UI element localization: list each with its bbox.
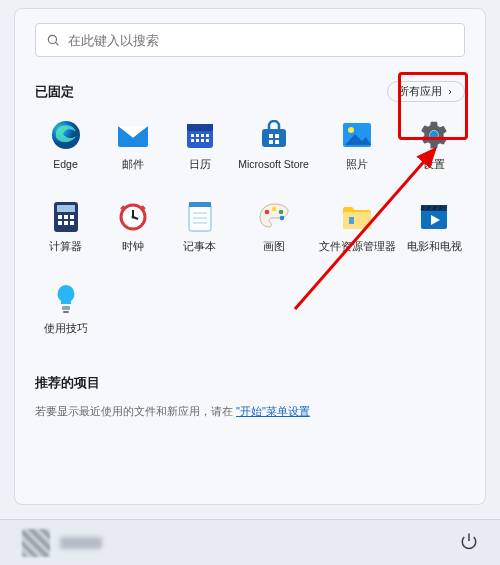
svg-rect-27 bbox=[57, 205, 75, 212]
all-apps-label: 所有应用 bbox=[398, 84, 442, 99]
svg-point-25 bbox=[430, 131, 439, 140]
app-paint[interactable]: 画图 bbox=[236, 196, 311, 258]
pinned-grid: Edge 邮件 日历 Microsoft Store 照片 bbox=[35, 114, 465, 340]
user-avatar[interactable] bbox=[22, 529, 50, 557]
svg-point-0 bbox=[48, 35, 56, 43]
power-icon bbox=[460, 532, 478, 550]
notepad-icon bbox=[183, 200, 217, 234]
svg-rect-48 bbox=[349, 217, 354, 224]
calendar-icon bbox=[183, 118, 217, 152]
power-button[interactable] bbox=[460, 532, 478, 553]
svg-point-37 bbox=[131, 216, 134, 219]
app-label: 照片 bbox=[346, 158, 368, 172]
app-label: 日历 bbox=[189, 158, 211, 172]
svg-rect-21 bbox=[275, 140, 279, 144]
svg-rect-18 bbox=[269, 134, 273, 138]
store-icon bbox=[257, 118, 291, 152]
app-clock[interactable]: 时钟 bbox=[102, 196, 163, 258]
paint-icon bbox=[257, 200, 291, 234]
app-photos[interactable]: 照片 bbox=[317, 114, 398, 176]
app-edge[interactable]: Edge bbox=[35, 114, 96, 176]
svg-rect-32 bbox=[64, 221, 68, 225]
svg-rect-14 bbox=[196, 139, 199, 142]
svg-point-45 bbox=[278, 210, 283, 215]
app-label: 邮件 bbox=[122, 158, 144, 172]
taskbar bbox=[0, 519, 500, 565]
app-label: Microsoft Store bbox=[238, 158, 309, 170]
svg-rect-31 bbox=[58, 221, 62, 225]
app-label: 计算器 bbox=[49, 240, 82, 254]
svg-rect-10 bbox=[196, 134, 199, 137]
svg-rect-8 bbox=[187, 124, 213, 131]
app-label: 使用技巧 bbox=[44, 322, 88, 336]
start-menu-settings-link[interactable]: "开始"菜单设置 bbox=[236, 405, 310, 417]
svg-point-43 bbox=[264, 210, 269, 215]
app-notepad[interactable]: 记事本 bbox=[169, 196, 230, 258]
svg-line-1 bbox=[56, 43, 59, 46]
app-label: Edge bbox=[53, 158, 78, 170]
start-menu-panel: 已固定 所有应用 Edge 邮件 日历 bbox=[14, 8, 486, 505]
folder-icon bbox=[340, 200, 374, 234]
svg-point-23 bbox=[348, 127, 354, 133]
gear-icon bbox=[417, 118, 451, 152]
svg-rect-13 bbox=[191, 139, 194, 142]
svg-rect-19 bbox=[275, 134, 279, 138]
app-label: 文件资源管理器 bbox=[319, 240, 396, 254]
clock-icon bbox=[116, 200, 150, 234]
app-calendar[interactable]: 日历 bbox=[169, 114, 230, 176]
hint-prefix: 若要显示最近使用的文件和新应用，请在 bbox=[35, 405, 233, 417]
svg-rect-15 bbox=[201, 139, 204, 142]
svg-rect-33 bbox=[70, 221, 74, 225]
tips-icon bbox=[49, 282, 83, 316]
app-tips[interactable]: 使用技巧 bbox=[35, 278, 96, 340]
app-label: 电影和电视 bbox=[407, 240, 462, 254]
app-calculator[interactable]: 计算器 bbox=[35, 196, 96, 258]
search-box[interactable] bbox=[35, 23, 465, 57]
app-mail[interactable]: 邮件 bbox=[102, 114, 163, 176]
search-icon bbox=[46, 33, 60, 47]
edge-icon bbox=[49, 118, 83, 152]
calculator-icon bbox=[49, 200, 83, 234]
svg-point-44 bbox=[271, 207, 276, 212]
all-apps-button[interactable]: 所有应用 bbox=[387, 81, 465, 102]
app-settings[interactable]: 设置 bbox=[404, 114, 465, 176]
photos-icon bbox=[340, 118, 374, 152]
svg-rect-47 bbox=[343, 212, 371, 229]
svg-rect-17 bbox=[262, 129, 286, 147]
svg-rect-56 bbox=[62, 306, 70, 310]
svg-rect-9 bbox=[191, 134, 194, 137]
pinned-title: 已固定 bbox=[35, 83, 74, 101]
svg-rect-39 bbox=[189, 202, 211, 207]
recommended-title: 推荐的项目 bbox=[35, 374, 100, 392]
user-name-blur bbox=[60, 537, 102, 549]
app-label: 设置 bbox=[423, 158, 445, 172]
app-label: 画图 bbox=[263, 240, 285, 254]
movies-icon bbox=[417, 200, 451, 234]
svg-rect-29 bbox=[64, 215, 68, 219]
recommended-hint: 若要显示最近使用的文件和新应用，请在 "开始"菜单设置 bbox=[35, 404, 465, 419]
svg-rect-30 bbox=[70, 215, 74, 219]
app-label: 时钟 bbox=[122, 240, 144, 254]
svg-rect-57 bbox=[63, 311, 69, 313]
mail-icon bbox=[116, 118, 150, 152]
app-store[interactable]: Microsoft Store bbox=[236, 114, 311, 176]
app-movies[interactable]: 电影和电视 bbox=[404, 196, 465, 258]
app-label: 记事本 bbox=[183, 240, 216, 254]
svg-rect-28 bbox=[58, 215, 62, 219]
svg-rect-12 bbox=[206, 134, 209, 137]
svg-point-46 bbox=[279, 216, 284, 221]
app-explorer[interactable]: 文件资源管理器 bbox=[317, 196, 398, 258]
search-input[interactable] bbox=[68, 33, 454, 48]
svg-rect-16 bbox=[206, 139, 209, 142]
svg-rect-11 bbox=[201, 134, 204, 137]
chevron-right-icon bbox=[446, 88, 454, 96]
svg-rect-20 bbox=[269, 140, 273, 144]
